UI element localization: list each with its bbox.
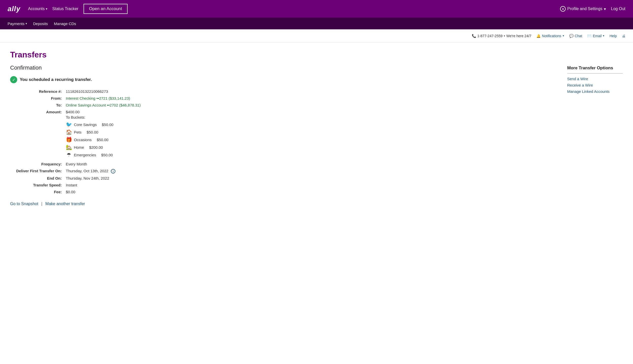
bucket-amount: $50.00 — [87, 130, 98, 134]
utility-bar: 📞 1-877-247-2559 • We're here 24/7 🔔 Not… — [0, 29, 633, 42]
deliver-value: Thursday, Oct 13th, 2022 i — [66, 169, 115, 174]
bucket-name: Core Savings — [74, 122, 97, 127]
bucket-amount: $50.00 — [102, 122, 113, 127]
confirmation-section: Confirmation ✓ You scheduled a recurring… — [10, 65, 552, 206]
ally-logo: ally — [8, 5, 21, 13]
bucket-item: 🐦Core Savings $50.00 — [66, 121, 113, 127]
bucket-icon: 🏡 — [66, 144, 72, 150]
bell-icon: 🔔 — [536, 34, 541, 38]
bucket-item: 🎁Occasions $50.00 — [66, 137, 113, 143]
amount-value: $400.00 — [66, 110, 113, 114]
deposits-sub-nav-link[interactable]: Deposits — [33, 22, 48, 26]
bucket-name: Occasions — [74, 138, 92, 142]
payments-chevron-icon: ▾ — [26, 22, 27, 25]
payments-sub-nav-link[interactable]: Payments ▾ — [8, 22, 27, 26]
email-link[interactable]: ✉️ Email ▾ — [587, 34, 604, 38]
notifications-link[interactable]: 🔔 Notifications ▾ — [536, 34, 564, 38]
bucket-amount: $200.00 — [89, 145, 103, 149]
from-value: Interest Checking ••2721 ($33,141.23) — [66, 96, 130, 100]
bucket-amount: $50.00 — [101, 153, 113, 157]
end-label: End On: — [10, 176, 66, 180]
sidebar: More Transfer Options Send a WireReceive… — [567, 65, 623, 206]
success-message: You scheduled a recurring transfer. — [20, 77, 92, 82]
amount-label: Amount: — [10, 110, 66, 159]
main-content-area: Transfers Confirmation ✓ You scheduled a… — [0, 42, 633, 364]
help-link[interactable]: Help — [609, 34, 617, 38]
top-navigation: ally Accounts ▾ Status Tracker Open an A… — [0, 0, 633, 18]
sidebar-transfer-option-link[interactable]: Manage Linked Accounts — [567, 89, 623, 94]
profile-avatar-icon: ● — [560, 6, 566, 12]
speed-label: Transfer Speed: — [10, 183, 66, 187]
to-row: To: Online Savings Account ••2702 ($46,8… — [10, 103, 552, 107]
end-value: Thursday, Nov 24th, 2022 — [66, 176, 109, 180]
buckets-list: 🐦Core Savings $50.00🏠Pets $50.00🎁Occasio… — [66, 121, 113, 158]
manage-cds-sub-nav-link[interactable]: Manage CDs — [54, 22, 76, 26]
email-chevron-icon: ▾ — [603, 34, 604, 37]
success-checkmark-icon: ✓ — [10, 76, 17, 83]
profile-chevron-icon: ▾ — [604, 7, 606, 11]
success-banner: ✓ You scheduled a recurring transfer. — [10, 76, 552, 83]
fee-row: Fee: $0.00 — [10, 190, 552, 194]
deliver-row: Deliver First Transfer On: Thursday, Oct… — [10, 169, 552, 174]
sidebar-links-container: Send a WireReceive a WireManage Linked A… — [567, 77, 623, 94]
bucket-amount: $50.00 — [97, 138, 108, 142]
bucket-item: ☂Emergencies $50.00 — [66, 152, 113, 158]
to-value: Online Savings Account ••2702 ($46,878.3… — [66, 103, 141, 107]
notifications-chevron-icon: ▾ — [563, 34, 564, 37]
amount-section: $400.00 To Buckets: 🐦Core Savings $50.00… — [66, 110, 113, 159]
status-tracker-nav-link[interactable]: Status Tracker — [52, 7, 78, 11]
end-on-row: End On: Thursday, Nov 24th, 2022 — [10, 176, 552, 180]
print-icon[interactable]: 🖨 — [622, 34, 625, 38]
sidebar-title: More Transfer Options — [567, 66, 623, 74]
make-another-transfer-link[interactable]: Make another transfer — [45, 202, 85, 206]
bucket-icon: 🐦 — [66, 121, 72, 127]
goto-snapshot-link[interactable]: Go to Snapshot — [10, 202, 38, 206]
bucket-icon: ☂ — [66, 152, 72, 158]
profile-settings-link[interactable]: ● Profile and Settings ▾ — [560, 6, 606, 12]
open-account-button[interactable]: Open an Account — [84, 4, 128, 14]
frequency-label: Frequency: — [10, 162, 66, 166]
sidebar-transfer-option-link[interactable]: Receive a Wire — [567, 83, 623, 87]
accounts-chevron-icon: ▾ — [46, 7, 47, 11]
chat-icon: 💬 — [569, 34, 574, 38]
bucket-icon: 🏠 — [66, 129, 72, 135]
reference-row: Reference #: 11182610132210066273 — [10, 89, 552, 94]
page-title: Transfers — [10, 50, 623, 59]
bucket-name: Emergencies — [74, 153, 96, 157]
deliver-label: Deliver First Transfer On: — [10, 169, 66, 174]
reference-value: 11182610132210066273 — [66, 89, 108, 94]
bucket-item: 🏡Home $200.00 — [66, 144, 113, 150]
chat-link[interactable]: 💬 Chat — [569, 34, 582, 38]
fee-label: Fee: — [10, 190, 66, 194]
sidebar-transfer-option-link[interactable]: Send a Wire — [567, 77, 623, 81]
to-label: To: — [10, 103, 66, 107]
deliver-info-icon[interactable]: i — [111, 169, 115, 174]
speed-row: Transfer Speed: Instant — [10, 183, 552, 187]
from-label: From: — [10, 96, 66, 100]
accounts-nav-link[interactable]: Accounts ▾ — [28, 7, 47, 11]
phone-contact: 📞 1-877-247-2559 • We're here 24/7 — [472, 34, 531, 38]
speed-value: Instant — [66, 183, 77, 187]
bucket-name: Pets — [74, 130, 81, 134]
fee-value: $0.00 — [66, 190, 75, 194]
phone-icon: 📞 — [472, 34, 476, 38]
buckets-section: To Buckets: 🐦Core Savings $50.00🏠Pets $5… — [66, 115, 113, 158]
bucket-item: 🏠Pets $50.00 — [66, 129, 113, 135]
sub-navigation: Payments ▾ Deposits Manage CDs — [0, 18, 633, 29]
bucket-icon: 🎁 — [66, 137, 72, 143]
logout-link[interactable]: Log Out — [611, 7, 625, 11]
action-links: Go to Snapshot | Make another transfer — [10, 202, 552, 206]
to-buckets-label: To Buckets: — [66, 115, 113, 119]
email-icon: ✉️ — [587, 34, 591, 38]
nav-right-area: ● Profile and Settings ▾ Log Out — [560, 6, 625, 12]
frequency-row: Frequency: Every Month — [10, 162, 552, 166]
frequency-value: Every Month — [66, 162, 87, 166]
content-area: Confirmation ✓ You scheduled a recurring… — [10, 65, 623, 206]
from-row: From: Interest Checking ••2721 ($33,141.… — [10, 96, 552, 100]
confirmation-heading: Confirmation — [10, 65, 552, 71]
bucket-name: Home — [74, 145, 84, 149]
action-separator: | — [41, 202, 42, 206]
amount-row: Amount: $400.00 To Buckets: 🐦Core Saving… — [10, 110, 552, 159]
transfer-details-table: Reference #: 11182610132210066273 From: … — [10, 89, 552, 194]
reference-label: Reference #: — [10, 89, 66, 94]
